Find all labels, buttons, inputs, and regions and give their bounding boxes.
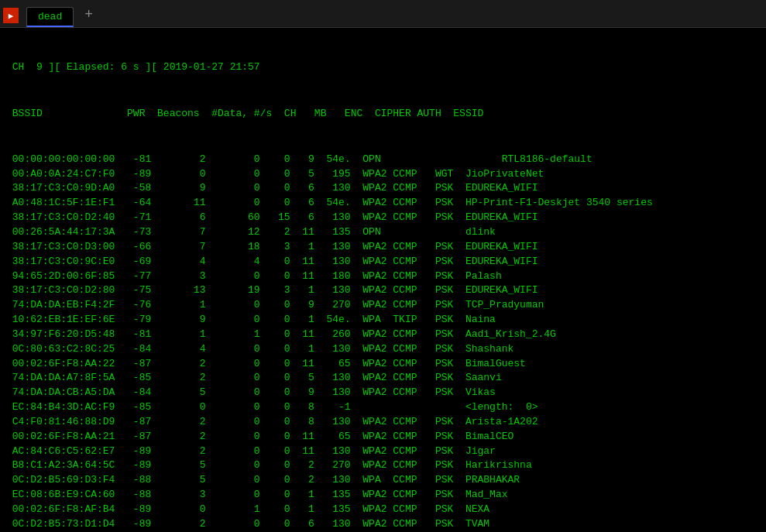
table-row: A0:48:1C:5F:1E:F1 -64 11 0 0 6 54e. WPA2… (6, 196, 760, 211)
table-row: AC:84:C6:C5:62:E7 -89 2 0 0 11 130 WPA2 … (6, 444, 760, 459)
table-row: 0C:80:63:C2:8C:25 -84 4 0 0 1 130 WPA2 C… (6, 342, 760, 357)
table-row: B8:C1:A2:3A:64:5C -89 5 0 0 2 270 WPA2 C… (6, 458, 760, 473)
table-row: 74:DA:DA:EB:F4:2F -76 1 0 0 9 270 WPA2 C… (6, 298, 760, 313)
table-row: 74:DA:DA:CB:A5:DA -84 5 0 0 9 130 WPA2 C… (6, 386, 760, 400)
table-row: 38:17:C3:C0:D2:80 -75 13 19 3 1 130 WPA2… (6, 283, 760, 298)
table-row: 00:02:6F:F8:AA:21 -87 2 0 0 11 65 WPA2 C… (6, 430, 760, 444)
table-row: 38:17:C3:C0:D3:00 -66 7 18 3 1 130 WPA2 … (6, 240, 760, 255)
table-row: 00:A0:0A:24:C7:F0 -89 0 0 0 5 195 WPA2 C… (6, 167, 760, 182)
table-row: 00:00:00:00:00:00 -81 2 0 0 9 54e. OPN R… (6, 153, 760, 167)
table-row: 0C:D2:B5:73:D1:D4 -89 2 0 0 6 130 WPA2 C… (6, 517, 760, 532)
table-row: 94:65:2D:00:6F:85 -77 3 0 0 11 180 WPA2 … (6, 269, 760, 284)
status-line: CH 9 ][ Elapsed: 6 s ][ 2019-01-27 21:57 (6, 60, 760, 75)
add-tab-button[interactable]: + (78, 7, 99, 22)
table-row: 00:02:6F:F8:AF:B4 -89 0 1 0 1 135 WPA2 C… (6, 503, 760, 517)
table-row: 38:17:C3:C0:9D:A0 -58 9 0 0 6 130 WPA2 C… (6, 181, 760, 196)
table-row: 74:DA:DA:A7:8F:5A -85 2 0 0 5 130 WPA2 C… (6, 371, 760, 386)
table-row: 38:17:C3:C0:9C:E0 -69 4 4 0 11 130 WPA2 … (6, 255, 760, 269)
terminal-icon: ▶ (3, 8, 19, 23)
table-row: 10:62:EB:1E:EF:6E -79 9 0 0 1 54e. WPA T… (6, 313, 760, 328)
table-row: EC:84:B4:3D:AC:F9 -85 0 0 0 8 -1 <length… (6, 400, 760, 415)
table-row: 00:02:6F:F8:AA:22 -87 2 0 0 11 65 WPA2 C… (6, 357, 760, 372)
terminal-window: ▶ dead + CH 9 ][ Elapsed: 6 s ][ 2019-01… (0, 0, 766, 532)
table-row: 0C:D2:B5:69:D3:F4 -88 5 0 0 2 130 WPA CC… (6, 473, 760, 488)
data-rows: 00:00:00:00:00:00 -81 2 0 0 9 54e. OPN R… (6, 153, 760, 532)
terminal-content: CH 9 ][ Elapsed: 6 s ][ 2019-01-27 21:57… (0, 28, 766, 532)
table-row: 38:17:C3:C0:D2:40 -71 6 60 15 6 130 WPA2… (6, 211, 760, 225)
terminal-tab-dead[interactable]: dead (26, 7, 74, 27)
table-row: 00:26:5A:44:17:3A -73 7 12 2 11 135 OPN … (6, 225, 760, 240)
title-bar: ▶ dead + (0, 0, 766, 28)
table-row: C4:F0:81:46:88:D9 -87 2 0 0 8 130 WPA2 C… (6, 415, 760, 430)
header-row: BSSID PWR Beacons #Data, #/s CH MB ENC C… (6, 107, 760, 122)
table-row: 34:97:F6:20:D5:48 -81 1 1 0 11 260 WPA2 … (6, 328, 760, 342)
table-row: EC:08:6B:E9:CA:60 -88 3 0 0 1 135 WPA2 C… (6, 488, 760, 503)
